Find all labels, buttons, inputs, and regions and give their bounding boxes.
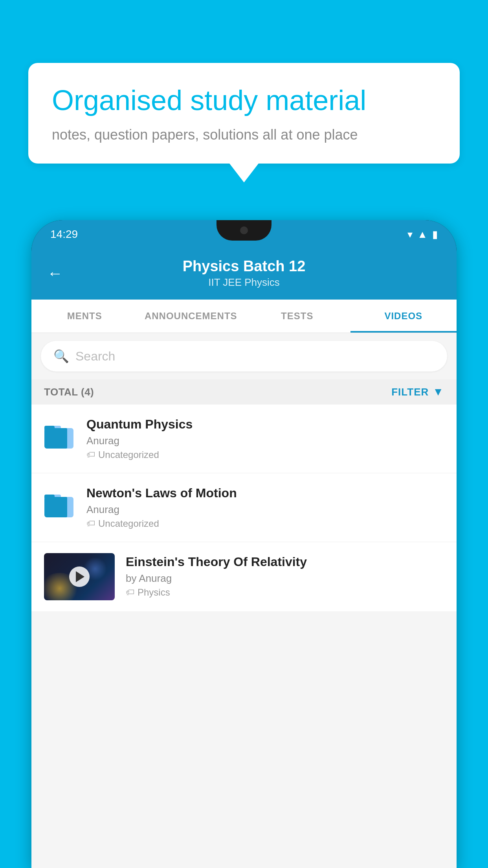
camera	[240, 226, 248, 234]
video-info-einstein: Einstein's Theory Of Relativity by Anura…	[126, 553, 444, 598]
video-tag: 🏷 Uncategorized	[86, 518, 444, 529]
header-title-area: Physics Batch 12 IIT JEE Physics	[75, 258, 413, 289]
total-count: TOTAL (4)	[44, 386, 94, 398]
video-author: by Anurag	[126, 572, 444, 585]
filter-button[interactable]: FILTER ▼	[391, 386, 444, 398]
tag-icon: 🏷	[86, 450, 95, 460]
filter-bar: TOTAL (4) FILTER ▼	[31, 379, 457, 405]
search-placeholder: Search	[75, 349, 115, 364]
bubble-subtitle: notes, question papers, solutions all at…	[52, 127, 436, 143]
search-icon: 🔍	[53, 349, 69, 364]
status-time: 14:29	[50, 228, 78, 241]
back-button[interactable]: ←	[47, 265, 63, 282]
tab-announcements[interactable]: ANNOUNCEMENTS	[138, 300, 244, 333]
video-info-quantum: Quantum Physics Anurag 🏷 Uncategorized	[86, 417, 444, 460]
tab-bar: MENTS ANNOUNCEMENTS TESTS VIDEOS	[31, 300, 457, 333]
folder-icon-quantum	[44, 419, 75, 450]
list-item[interactable]: Quantum Physics Anurag 🏷 Uncategorized	[31, 405, 457, 473]
battery-icon: ▮	[432, 228, 438, 241]
video-title: Newton's Laws of Motion	[86, 486, 444, 500]
play-button[interactable]	[69, 566, 90, 587]
tab-tests[interactable]: TESTS	[244, 300, 350, 333]
video-title: Einstein's Theory Of Relativity	[126, 555, 444, 569]
header-title: Physics Batch 12	[75, 258, 413, 275]
tag-icon: 🏷	[86, 519, 95, 529]
play-triangle-icon	[76, 571, 84, 582]
filter-icon: ▼	[433, 386, 444, 398]
phone-notch	[216, 220, 272, 241]
wifi-icon: ▾	[407, 228, 413, 241]
video-info-newton: Newton's Laws of Motion Anurag 🏷 Uncateg…	[86, 486, 444, 529]
video-list: Quantum Physics Anurag 🏷 Uncategorized	[31, 405, 457, 611]
phone-frame: 14:29 ▾ ▲ ▮ ← Physics Batch 12 IIT JEE P…	[31, 220, 457, 868]
tab-videos[interactable]: VIDEOS	[350, 300, 457, 333]
signal-icon: ▲	[417, 228, 427, 241]
app-header: ← Physics Batch 12 IIT JEE Physics	[31, 248, 457, 300]
phone-content: 🔍 Search TOTAL (4) FILTER ▼	[31, 333, 457, 868]
tag-icon: 🏷	[126, 587, 134, 598]
video-tag: 🏷 Uncategorized	[86, 449, 444, 460]
video-author: Anurag	[86, 435, 444, 447]
filter-label: FILTER	[391, 386, 429, 398]
video-tag: 🏷 Physics	[126, 587, 444, 598]
list-item[interactable]: Newton's Laws of Motion Anurag 🏷 Uncateg…	[31, 473, 457, 542]
video-author: Anurag	[86, 504, 444, 516]
header-subtitle: IIT JEE Physics	[75, 276, 413, 289]
folder-icon-newton	[44, 487, 75, 519]
video-thumbnail-einstein	[44, 553, 115, 600]
status-bar: 14:29 ▾ ▲ ▮	[31, 220, 457, 248]
tab-ments[interactable]: MENTS	[31, 300, 138, 333]
list-item[interactable]: Einstein's Theory Of Relativity by Anura…	[31, 542, 457, 611]
bubble-title: Organised study material	[52, 83, 436, 117]
status-icons: ▾ ▲ ▮	[407, 228, 438, 241]
search-bar[interactable]: 🔍 Search	[41, 341, 447, 371]
video-title: Quantum Physics	[86, 417, 444, 432]
speech-bubble: Organised study material notes, question…	[28, 63, 460, 164]
